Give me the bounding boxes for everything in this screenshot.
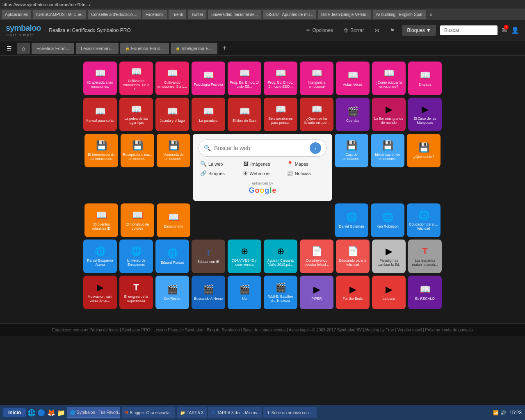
tile-walle[interactable]: 🎬 Wall-E: Batallón d... limpieza [264, 276, 297, 309]
browser-tab-billiejean[interactable]: Billie Jean (Single Versio... [318, 10, 371, 19]
tile-convives[interactable]: ⊕ CONVIVES-IE y. convivencia [228, 240, 261, 273]
blocks-button[interactable]: Bloques ▼ [402, 25, 436, 36]
tile-recopilatorio[interactable]: 💾 Recopilatorio ma... emociones. [121, 134, 154, 167]
tile-piper[interactable]: ▶ PIPER [300, 276, 333, 309]
footer-proximo-fondo[interactable]: Próximo fondo de pantalla [425, 328, 472, 332]
tile-caja-emociones[interactable]: 💾 Caja de emociones. [335, 134, 368, 167]
browser-tab-tuenti[interactable]: Tuenti [169, 10, 186, 19]
tile-construyendo[interactable]: 📄 Construyendo nuestra felicid... [300, 240, 333, 273]
tile-agustin-caruana[interactable]: ⊕ Agustín Caruana Vañó-2010.pd... [264, 240, 297, 273]
tile-motivacion[interactable]: ▶ Motivacion, salir zona de co... [83, 276, 117, 309]
tile-termometro[interactable]: 💾 El termómetro de las emociones. [84, 134, 118, 167]
search-input[interactable] [214, 145, 306, 151]
tile-for-the-birds[interactable]: ▶ For the Birds [336, 276, 370, 309]
tile-circo-mariposas[interactable]: ▶ El Circo de las Mariposas [408, 98, 442, 131]
user-icon[interactable]: 👤 [511, 26, 519, 34]
search-link-web[interactable]: 🔍 La web [199, 160, 240, 168]
footer-link-blog[interactable]: Blog de Symbaloo [207, 328, 240, 332]
tile-enigma[interactable]: T El enigma de la experiencia [119, 276, 153, 309]
tile-flor-grande[interactable]: ▶ La flor más grande de mundo [372, 98, 406, 131]
tile-psicologia[interactable]: 📖 Psicología Positiva [192, 62, 225, 95]
mail-icon[interactable]: ✉ 1 [502, 26, 507, 34]
tile-del-reves[interactable]: 🎬 Del Revés [155, 276, 189, 309]
tile-prog-1[interactable]: 📖 Prog. Ed. Emoc. 1º ciclo ES... [228, 62, 261, 95]
start-button[interactable]: Inicio [3, 408, 26, 417]
tab-fonetica-1[interactable]: Fonética-Fono... [32, 43, 74, 54]
tab-inteligencia[interactable]: Inteligencia E... [171, 43, 217, 54]
more-tabs-button[interactable]: » [429, 11, 433, 18]
tile-cuerdas[interactable]: 🎬 Cuerdas [336, 98, 370, 131]
search-link-maps[interactable]: 📍 Mapas [285, 160, 326, 168]
browser-tab-iuriscampus[interactable]: IURISCAMPUS : Mi Cue... [33, 10, 86, 19]
browser-tab-facebook[interactable]: Facebook [142, 10, 167, 19]
search-link-images[interactable]: 🖼 Imágenes [242, 160, 283, 168]
folder-icon[interactable]: 📁 [57, 409, 65, 417]
footer-link-lessonplans[interactable]: Lesson Plans de Symbaloo [153, 328, 203, 332]
taskbar-task-blogger[interactable]: B Blogger: Otra escuela... [122, 407, 175, 418]
tile-ken-robinson[interactable]: 🌐 Ken Robinson [371, 203, 404, 237]
tile-marioneta[interactable]: 💾 Marioneta de emociones. [157, 134, 190, 167]
taskbar-task-sube[interactable]: ⬆ Sube un archivo con ... [263, 407, 317, 418]
tile-educando-felicidad[interactable]: 📄 Educando para la felicidad [336, 240, 370, 273]
tile-educacion-felicidad[interactable]: 🌐 Educación para l... felicidad [407, 203, 441, 237]
tile-aulas-felices[interactable]: 📖 Aulas felices [336, 62, 370, 95]
share-button[interactable]: ⋈ [371, 26, 383, 35]
menu-button[interactable]: ☰ [3, 43, 15, 53]
search-link-webmixes[interactable]: ⊞ Webmixes [242, 169, 283, 177]
taskbar-task-tarea3[interactable]: 📁 TAREA 3 [177, 407, 206, 418]
tile-emocionario[interactable]: 📖 Emocionario [157, 203, 190, 237]
tile-rafael-bisquerra[interactable]: 🌐 Rafael Bisquerra Alzina [83, 240, 117, 273]
browser-tab-aplicaciones[interactable]: Aplicaciones [2, 10, 31, 19]
tile-prog-2[interactable]: 📖 Prog. Ed. Emoc. 2... ciclo ESO... [264, 62, 297, 95]
footer-link-base[interactable]: Base de conocimientos [243, 328, 285, 332]
search-link-bloques[interactable]: 🔗 Bloques [199, 169, 240, 177]
taskbar-task-symbaloo[interactable]: 🌐 Symbaloo - Tus Favori... [67, 407, 120, 418]
footer-link-aviso[interactable]: Aviso legal [289, 328, 308, 332]
browser-tab-universidad[interactable]: universidad nacional de... [208, 10, 261, 19]
header-search-input[interactable] [440, 25, 498, 35]
tile-la-luna[interactable]: ▶ La Luna [372, 276, 406, 309]
tile-el-regalo[interactable]: 📖 EL REGALO [408, 276, 442, 309]
tile-ie-aplicada[interactable]: 📖 IE aplicada a las emociones. [83, 62, 117, 95]
tile-jacinta[interactable]: 📖 Jacinta y el lago [155, 98, 189, 131]
tile-30-cuentos[interactable]: 📖 30 cuentos infantiles IE [84, 203, 118, 237]
tile-empatia[interactable]: 📖 Empatía [408, 62, 442, 95]
browser-tab-conselleria[interactable]: Conselleria d'Educació,... [88, 10, 141, 19]
ie-icon[interactable]: 🌐 [27, 409, 36, 417]
chrome-icon[interactable]: 🔵 [37, 409, 46, 417]
tile-up[interactable]: 🎬 Up [228, 276, 261, 309]
tile-inteligencia[interactable]: 📖 Inteligencia emocional [300, 62, 333, 95]
tile-identificacion[interactable]: 💾 Identificación de emociones. [371, 134, 404, 167]
tile-paradigmas[interactable]: ▶ Paradigmas cambiar la Ed. [372, 240, 406, 273]
search-link-noticias[interactable]: 📰 Noticias [285, 169, 326, 177]
tab-fonetica-2[interactable]: Fonética-Fono... [120, 43, 169, 54]
tile-buscando-nemo[interactable]: 🎬 Buscando A Nemo [192, 276, 225, 309]
taskbar-task-tarea3doc[interactable]: W TAREA 3.doc - Micros... [208, 407, 262, 418]
tile-manual-sonar[interactable]: 📖 Manual para soñar [83, 98, 117, 131]
tile-educar-ie[interactable]: f Educar con IE [192, 240, 225, 273]
home-button[interactable]: ⌂ [17, 43, 30, 54]
footer-link-pro[interactable]: Symbaloo PRO [122, 328, 150, 332]
add-tab-button[interactable]: + [219, 44, 230, 52]
tile-escuelas[interactable]: T Las escuelas matan la creati... [408, 240, 442, 273]
tab-lexico[interactable]: Léxico-Seman... [76, 43, 118, 54]
tile-libro-sara[interactable]: 📖 El libro de Sara [228, 98, 261, 131]
tile-paradoja[interactable]: 📖 La paradoja [192, 98, 225, 131]
tile-seis-sombreros[interactable]: 📖 Seis sombreros para pensar [264, 98, 297, 131]
tile-monstruo[interactable]: 📖 El monstruo de colores [121, 203, 154, 237]
tile-daniel-goleman[interactable]: 🌐 Daniel Goleman [335, 203, 368, 237]
tile-quien-se-ha[interactable]: 📖 ¿Quién se ha llevado mi que... [300, 98, 333, 131]
tile-cultivando-1[interactable]: 📖 Cultivando emociones. De 3 a... [119, 62, 153, 95]
options-button[interactable]: ✏ Opciones [303, 26, 336, 35]
tile-eduard-punset[interactable]: 🌐 Eduard Punset [155, 240, 189, 273]
firefox-icon[interactable]: 🦊 [47, 409, 55, 417]
browser-tab-building[interactable]: w/ building - English-Spani... [373, 10, 426, 19]
tile-que-siente[interactable]: 💾 ¿Qué siente? [407, 134, 441, 167]
search-submit-button[interactable]: › [310, 142, 321, 154]
browser-tab-issuu[interactable]: ISSUU - Apuntes de mu... [263, 10, 316, 19]
footer-version-movil[interactable]: Versión móvil [397, 328, 422, 332]
flag-button[interactable]: ⚑ [387, 26, 398, 35]
tile-como-educar[interactable]: 📖 ¿Cómo educar la emociones? [372, 62, 406, 95]
footer-link-inicio[interactable]: Establecer como mi Página de Inicio [52, 328, 119, 332]
browser-tab-twitter[interactable]: Twitter [188, 10, 206, 19]
